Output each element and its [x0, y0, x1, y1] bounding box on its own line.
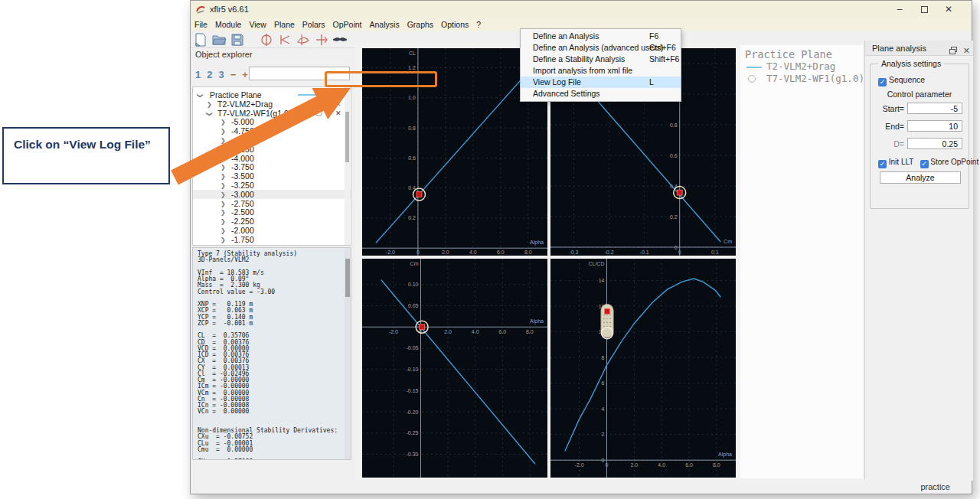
analysis-menu-dropdown: Define an AnalysisF6Define an Analysis (… [520, 28, 681, 102]
tree-item--2.250[interactable]: ❯-2.250 [193, 217, 351, 226]
tree-item-label: -2.000 [231, 226, 254, 235]
menu-item-import-analysis-from-xml-file[interactable]: Import analysis from xml file [521, 65, 681, 77]
menu-item-shortcut: L [649, 77, 654, 88]
svg-text:2.0: 2.0 [630, 462, 638, 468]
svg-text:8.0: 8.0 [524, 250, 532, 255]
plane-analysis-title: Plane analysis [872, 44, 926, 53]
menu-graphs[interactable]: Graphs [403, 20, 437, 29]
float-dock-icon[interactable] [949, 47, 957, 54]
oppoint-properties-panel: Type 7 (Stability analysis) 3D-Panels/VL… [192, 247, 351, 460]
save-file-icon[interactable] [229, 32, 246, 47]
menu-item-shortcut: Ctrl+F6 [649, 42, 676, 54]
svg-text:6.0: 6.0 [498, 329, 506, 334]
polar-graph-area: -2.002.04.06.08.00.20.40.60.81.01.2CLAlp… [355, 43, 864, 481]
menu-item-define-a-stability-analysis[interactable]: Define a Stability AnalysisShift+F6 [521, 54, 681, 65]
collapsed-chevron-icon[interactable]: ❯ [220, 245, 226, 246]
plane-analysis-dock: Plane analysis ✕ Analysis settings ✓ Seq… [864, 41, 973, 481]
object-explorer-title: Object explorer [195, 50, 253, 59]
analyze-button[interactable]: Analyze [880, 171, 961, 184]
menu-item-label: Import analysis from xml file [533, 66, 632, 75]
menu-item-define-an-analysis-advanced-users-[interactable]: Define an Analysis (advanced users)Ctrl+… [521, 42, 681, 54]
legend-line-swatch [746, 67, 762, 68]
svg-text:1.2: 1.2 [408, 65, 416, 70]
log-scrollbar[interactable] [345, 248, 351, 459]
analysis-settings-label: Analysis settings [878, 59, 944, 68]
svg-text:-0.25: -0.25 [407, 430, 419, 435]
tree-item--2.500[interactable]: ❯-2.500 [193, 207, 351, 217]
svg-text:8.0: 8.0 [713, 462, 720, 468]
graph-clcd-vs-alpha[interactable]: -2.002.04.06.08.002468101214CL/CDAlpha [550, 259, 736, 478]
menu-module[interactable]: Module [211, 20, 245, 29]
svg-text:6.0: 6.0 [685, 462, 693, 468]
legend-entry-label: T2-VLM2+Drag [766, 60, 835, 72]
open-file-icon[interactable] [211, 32, 227, 47]
init-llt-label: Init LLT [889, 158, 913, 166]
svg-text:6.0: 6.0 [497, 250, 505, 255]
menu-options[interactable]: Options [437, 20, 472, 29]
tree-item-label: -1.750 [231, 235, 254, 244]
curve-cl-vs-alpha [376, 64, 536, 243]
plane-body-overlay [601, 305, 613, 339]
curve-cm-vs-alpha [381, 280, 535, 465]
oppoint-view-icon[interactable] [313, 32, 330, 47]
svg-text:2.0: 2.0 [444, 329, 452, 334]
menu-item-define-an-analysis[interactable]: Define an AnalysisF6 [521, 31, 681, 42]
legend-entry-label: T7-VLM2-WF1(g1.0)-W [766, 73, 876, 84]
menu-plane[interactable]: Plane [270, 20, 299, 29]
sequence-checkbox[interactable]: ✓ [878, 78, 887, 86]
tree-item--1.750[interactable]: ❯-1.750 [193, 235, 351, 244]
svg-text:6: 6 [602, 380, 605, 386]
svg-text:-0.15: -0.15 [407, 388, 419, 393]
delta-input[interactable]: 0.25 [907, 138, 962, 149]
axes-view-icon[interactable] [258, 32, 275, 47]
maximize-button[interactable] [912, 1, 936, 18]
close-dock-icon[interactable]: ✕ [963, 43, 970, 58]
legend-entry[interactable]: T2-VLM2+Drag [740, 60, 863, 73]
annotation-arrow [145, 73, 368, 203]
svg-text:-2.0: -2.0 [389, 329, 398, 334]
tree-item-label: -1.500 [231, 244, 254, 246]
menu-help[interactable]: ? [472, 20, 485, 29]
window-title: xflr5 v6.61 [210, 5, 249, 14]
svg-text:CL/CD: CL/CD [588, 261, 604, 266]
svg-text:0.2: 0.2 [670, 214, 678, 220]
menu-file[interactable]: File [191, 20, 211, 29]
menu-item-label: Define a Stability Analysis [533, 54, 625, 64]
store-oppoint-checkbox[interactable]: ✓ [920, 160, 929, 168]
start-label: Start= [871, 104, 904, 113]
end-label: End= [871, 122, 904, 131]
menu-item-label: Advanced Settings [533, 89, 600, 98]
menu-analysis[interactable]: Analysis [366, 20, 403, 29]
new-file-icon[interactable] [192, 32, 209, 47]
polar-view-icon[interactable] [295, 32, 312, 47]
tree-item--1.500[interactable]: ❯-1.500 [193, 244, 351, 246]
svg-text:0.1: 0.1 [711, 250, 719, 255]
legend-circle-swatch [748, 75, 756, 83]
chart-cm-vs-alpha: -2.002.04.06.08.00.100.05-0.05-0.10-0.15… [362, 259, 547, 478]
graph-cm-vs-alpha[interactable]: -2.002.04.06.08.00.100.05-0.05-0.10-0.15… [362, 259, 547, 478]
menu-polars[interactable]: Polars [299, 20, 329, 29]
wing-edit-icon[interactable] [276, 32, 293, 47]
svg-text:-0.10: -0.10 [407, 367, 419, 372]
svg-text:0.05: 0.05 [408, 303, 419, 308]
active-oppoint-marker [413, 188, 425, 201]
tree-item--2.000[interactable]: ❯-2.000 [193, 226, 351, 235]
close-button[interactable]: ✕ [936, 1, 961, 18]
legend-entry[interactable]: T7-VLM2-WF1(g1.0)-W [740, 73, 863, 85]
plane-analysis-titlebar[interactable]: Plane analysis ✕ [865, 41, 973, 56]
svg-text:-0.05: -0.05 [407, 345, 419, 351]
menu-view[interactable]: View [245, 20, 270, 29]
minimize-button[interactable]: – [887, 1, 912, 18]
menu-item-shortcut: Shift+F6 [649, 54, 679, 65]
start-input[interactable]: -5 [907, 103, 962, 114]
title-bar[interactable]: xflr5 v6.61 – ✕ [191, 1, 972, 18]
menu-item-view-log-file[interactable]: View Log FileL [521, 77, 681, 88]
menu-item-advanced-settings[interactable]: Advanced Settings [521, 88, 681, 99]
svg-text:-0.3: -0.3 [569, 250, 578, 255]
end-input[interactable]: 10 [907, 120, 962, 132]
plane-3d-view-icon[interactable] [332, 32, 348, 47]
menu-oppoint[interactable]: OpPoint [329, 20, 366, 29]
svg-text:Cm: Cm [410, 261, 419, 266]
init-llt-checkbox[interactable]: ✓ [878, 160, 887, 168]
curve-legend: Practice Plane T2-VLM2+DragT7-VLM2-WF1(g… [740, 45, 863, 478]
